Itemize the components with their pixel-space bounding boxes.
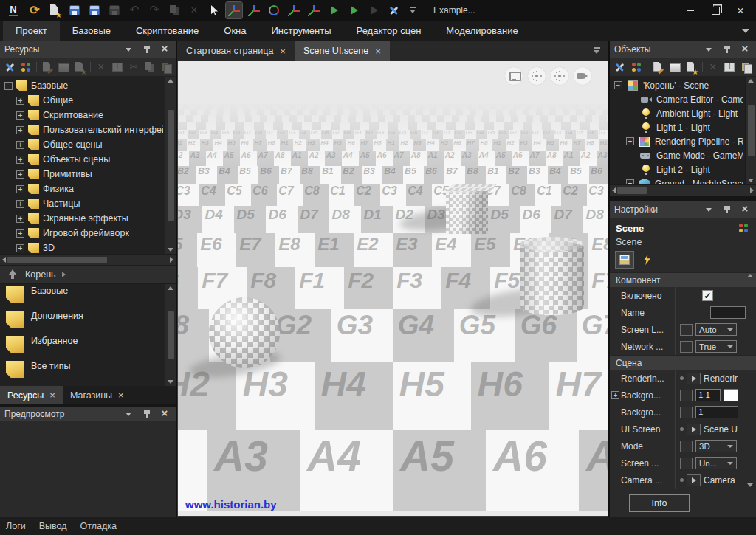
pin-icon[interactable] <box>721 203 734 216</box>
tree-item[interactable]: Light 1 - Light <box>610 120 745 134</box>
cube-object[interactable] <box>446 191 488 234</box>
tree-item[interactable]: +3D <box>0 241 165 254</box>
close-icon[interactable] <box>738 203 752 216</box>
settings-scrollbar[interactable] <box>746 274 755 487</box>
tab-properties[interactable] <box>616 252 633 268</box>
close-icon[interactable]: × <box>118 390 124 401</box>
property-options-button[interactable] <box>680 390 693 401</box>
reference-expand-button[interactable] <box>687 474 701 486</box>
tree-item[interactable]: +Объекты сцены <box>0 152 165 167</box>
expand-icon[interactable]: + <box>626 137 634 145</box>
undo-button[interactable] <box>126 2 142 18</box>
select-cursor-button[interactable] <box>206 2 222 18</box>
tree-item[interactable]: +Общие <box>0 93 165 108</box>
gizmo-transform-button[interactable] <box>306 2 322 18</box>
delete-button[interactable] <box>706 60 720 75</box>
build-tools-button[interactable] <box>3 60 16 75</box>
gizmo-position-button[interactable] <box>246 2 262 18</box>
colored-shapes-icon[interactable] <box>737 221 750 235</box>
watermark-link[interactable]: www.historian.by <box>185 498 277 511</box>
text-input[interactable]: 1 1 <box>695 389 721 401</box>
expand-icon[interactable]: + <box>611 391 619 399</box>
expand-icon[interactable]: + <box>16 126 24 134</box>
cylinder-object[interactable] <box>520 243 584 315</box>
paste-button[interactable] <box>739 60 753 75</box>
text-input[interactable] <box>710 306 746 319</box>
cut-button[interactable] <box>127 60 140 75</box>
reference-expand-button[interactable] <box>687 424 701 435</box>
tree-item[interactable]: Game Mode - GameMod <box>610 148 745 162</box>
menu-item-окна[interactable]: Окна <box>211 21 258 41</box>
redo-button[interactable] <box>146 2 162 18</box>
tab-магазины[interactable]: Магазины× <box>63 386 131 404</box>
gizmo-scale-button[interactable] <box>286 2 302 18</box>
panel-menu-icon[interactable] <box>703 43 716 56</box>
horizontal-scrollbar[interactable] <box>0 254 176 265</box>
expand-icon[interactable]: + <box>16 200 24 208</box>
dropdown[interactable]: Auto <box>695 323 737 336</box>
delete-button[interactable] <box>94 60 108 75</box>
video-camera-button[interactable] <box>574 67 591 85</box>
property-options-button[interactable] <box>680 341 693 353</box>
close-icon[interactable]: × <box>49 390 55 401</box>
property-options-button[interactable] <box>680 458 693 469</box>
expand-icon[interactable]: + <box>16 229 24 238</box>
tree-item[interactable]: +Экранные эффекты <box>0 211 165 226</box>
colored-shapes-button[interactable] <box>19 60 32 75</box>
collapse-icon[interactable]: − <box>4 82 13 90</box>
vertical-scrollbar[interactable] <box>745 77 756 184</box>
copy-button[interactable] <box>143 60 157 75</box>
save-all-button[interactable] <box>106 2 123 18</box>
refresh-button[interactable] <box>27 2 43 18</box>
close-button[interactable] <box>729 2 752 18</box>
scene-viewport[interactable]: G8G1G2G3G4G5G6G7G8G1G2G3G4G5G6G7G8G1G2G3… <box>177 61 608 517</box>
tree-item[interactable]: +Скриптование <box>0 108 165 122</box>
close-icon[interactable] <box>158 43 171 56</box>
sun-button[interactable] <box>528 67 546 85</box>
sun-button[interactable] <box>551 67 568 85</box>
tree-item[interactable]: +Ground - MeshInSpace <box>610 176 745 184</box>
menu-overflow-button[interactable] <box>735 21 756 41</box>
tree-item[interactable]: −'Корень' - Scene <box>610 78 745 92</box>
doc-star-button[interactable] <box>73 60 86 75</box>
scroll-thumb[interactable] <box>168 311 174 359</box>
minimize-button[interactable] <box>679 2 701 18</box>
pin-icon[interactable] <box>140 407 154 421</box>
expand-icon[interactable]: + <box>16 244 24 252</box>
vertical-scrollbar[interactable] <box>165 284 176 386</box>
tree-item[interactable]: Light 2 - Light <box>610 162 745 176</box>
tree-item[interactable]: +Физика <box>0 182 165 196</box>
scroll-down-arrow[interactable] <box>747 483 753 487</box>
doc-star-button[interactable] <box>684 60 698 75</box>
save-as-button[interactable] <box>86 2 103 18</box>
pin-icon[interactable] <box>721 43 734 56</box>
menu-item-моделирование[interactable]: Моделирование <box>433 21 530 41</box>
box-button[interactable] <box>667 60 681 75</box>
rename-button[interactable] <box>111 60 124 75</box>
status-item-отладка[interactable]: Отладка <box>80 521 117 531</box>
expand-icon[interactable]: + <box>16 111 24 120</box>
restore-button[interactable] <box>704 2 726 18</box>
tab-events[interactable] <box>638 252 656 268</box>
info-button[interactable]: Info <box>629 494 690 512</box>
overflow-button[interactable] <box>405 2 422 18</box>
expand-icon[interactable]: + <box>626 179 634 184</box>
edit-document-button[interactable] <box>651 60 665 75</box>
list-item[interactable]: Избранное <box>0 334 165 359</box>
play-stop-button[interactable] <box>365 2 382 18</box>
list-item[interactable]: Дополнения <box>0 309 165 334</box>
menu-item-базовые[interactable]: Базовые <box>60 21 123 41</box>
property-options-button[interactable] <box>680 441 693 452</box>
tree-item[interactable]: −Базовые <box>0 78 165 93</box>
menu-item-проект[interactable]: Проект <box>3 21 60 41</box>
vertical-scrollbar[interactable] <box>165 77 176 254</box>
property-options-button[interactable] <box>680 324 693 336</box>
gizmo-rotate-button[interactable] <box>266 2 282 18</box>
color-swatch[interactable] <box>724 389 738 401</box>
rename-button[interactable] <box>723 60 737 75</box>
edit-document-button[interactable] <box>41 60 54 75</box>
collapse-icon[interactable]: − <box>614 81 622 89</box>
text-input[interactable]: 1 <box>695 406 738 418</box>
scroll-up-arrow[interactable] <box>747 274 753 277</box>
new-file-button[interactable] <box>47 2 63 18</box>
